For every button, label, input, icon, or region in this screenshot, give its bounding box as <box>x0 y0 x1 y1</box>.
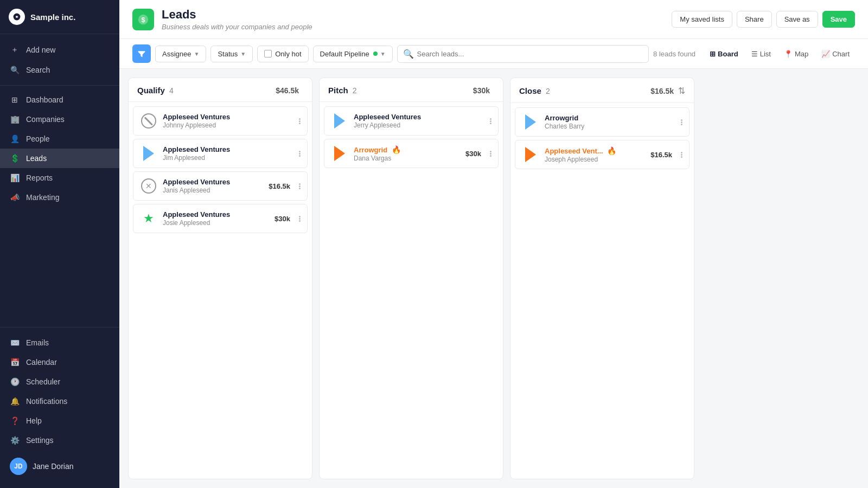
arrow-icon <box>140 145 157 162</box>
view-map-button[interactable]: 📍 Map <box>778 47 814 61</box>
marketing-icon: 📣 <box>10 193 20 202</box>
lead-card[interactable]: Arrowgrid Charles Barry <box>515 107 690 137</box>
lead-person: Charles Barry <box>545 123 667 130</box>
lead-card[interactable]: ✕ Appleseed Ventures Janis Appleseed $16… <box>133 171 308 201</box>
more-menu-button[interactable] <box>681 152 682 158</box>
lead-company: Appleseed Ventures <box>354 113 476 121</box>
sidebar-item-help[interactable]: ❓ Help <box>0 411 119 431</box>
column-pitch-cards: Appleseed Ventures Jerry Appleseed Arrow… <box>320 102 503 172</box>
column-close: Close 2 $16.5k ⇅ Arrowgrid Charles Barry <box>510 78 694 479</box>
more-menu-button[interactable] <box>299 216 301 222</box>
lead-card[interactable]: Arrowgrid 🔥 Dana Vargas $30k <box>324 139 499 168</box>
star-icon: ★ <box>140 210 157 227</box>
list-icon: ☰ <box>751 50 758 58</box>
sidebar-item-scheduler[interactable]: 🕐 Scheduler <box>0 372 119 391</box>
sidebar-nav: ⊞ Dashboard 🏢 Companies 👤 People 💲 Leads… <box>0 86 119 327</box>
sidebar-item-reports[interactable]: 📊 Reports <box>0 168 119 188</box>
sidebar-item-dashboard[interactable]: ⊞ Dashboard <box>0 90 119 110</box>
avatar: JD <box>10 458 27 475</box>
companies-icon: 🏢 <box>10 115 20 124</box>
only-hot-button[interactable]: Only hot <box>257 46 308 62</box>
sidebar-item-settings[interactable]: ⚙️ Settings <box>0 431 119 450</box>
page-title-icon: $ <box>132 9 154 30</box>
lead-card[interactable]: Appleseed Ventures Jim Appleseed <box>133 139 308 168</box>
sidebar-item-search[interactable]: 🔍 Search <box>0 60 119 80</box>
share-button[interactable]: Share <box>737 11 772 28</box>
lead-card[interactable]: Appleseed Vent... 🔥 Joseph Appleseed $16… <box>515 140 690 169</box>
flame-icon: 🔥 <box>607 146 616 155</box>
page-title: Leads <box>162 8 312 22</box>
column-qualify-count: 4 <box>169 86 174 95</box>
brand-icon <box>9 9 25 25</box>
sidebar-item-notifications[interactable]: 🔔 Notifications <box>0 391 119 411</box>
brand[interactable]: Sample inc. <box>0 0 119 34</box>
leads-count: 8 leads found <box>653 50 695 58</box>
chart-icon: 📈 <box>821 50 830 58</box>
chevron-down-icon: ▼ <box>240 51 246 57</box>
save-as-button[interactable]: Save as <box>776 11 818 28</box>
assignee-dropdown[interactable]: Assignee ▼ <box>155 46 206 62</box>
lead-company: Appleseed Ventures <box>163 113 285 121</box>
more-menu-button[interactable] <box>299 151 301 157</box>
column-qualify-header: Qualify 4 $46.5k <box>129 78 312 102</box>
lead-company: Arrowgrid 🔥 <box>354 145 460 154</box>
sidebar-item-calendar[interactable]: 📅 Calendar <box>0 352 119 372</box>
dashboard-icon: ⊞ <box>10 95 20 104</box>
more-menu-button[interactable] <box>299 118 301 124</box>
column-close-value: $16.5k <box>650 87 674 95</box>
more-menu-button[interactable] <box>299 183 301 189</box>
my-saved-lists-button[interactable]: My saved lists <box>672 11 732 28</box>
column-qualify-value: $46.5k <box>276 86 299 95</box>
search-icon: 🔍 <box>403 49 414 59</box>
lead-person: Jim Appleseed <box>163 154 285 162</box>
lead-card[interactable]: ★ Appleseed Ventures Josie Appleseed $30… <box>133 204 308 233</box>
lead-card[interactable]: Appleseed Ventures Johnny Appleseed <box>133 106 308 136</box>
search-input[interactable] <box>417 50 643 58</box>
calendar-icon: 📅 <box>10 358 20 367</box>
map-icon: 📍 <box>784 50 793 58</box>
arrow-icon <box>522 113 539 131</box>
page-header: $ Leads Business deals with your compani… <box>119 0 868 39</box>
chevron-down-icon: ▼ <box>194 51 199 57</box>
leads-icon: 💲 <box>10 154 20 163</box>
status-dropdown[interactable]: Status ▼ <box>210 46 253 62</box>
lead-card[interactable]: Appleseed Ventures Jerry Appleseed <box>324 106 499 136</box>
sidebar-item-people[interactable]: 👤 People <box>0 129 119 149</box>
more-menu-button[interactable] <box>681 119 682 125</box>
lead-value: $30k <box>275 215 290 223</box>
column-pitch: Pitch 2 $30k Appleseed Ventures Jerry Ap… <box>319 78 503 479</box>
svg-point-1 <box>16 16 17 17</box>
sort-icon[interactable]: ⇅ <box>678 86 685 96</box>
column-close-header: Close 2 $16.5k ⇅ <box>510 78 694 103</box>
column-pitch-value: $30k <box>473 86 490 95</box>
sidebar-item-add-new[interactable]: ＋ Add new <box>0 40 119 60</box>
view-list-button[interactable]: ☰ List <box>746 47 776 61</box>
arrow-icon <box>331 112 348 130</box>
chevron-down-icon: ▼ <box>380 51 386 57</box>
sidebar-top-actions: ＋ Add new 🔍 Search <box>0 34 119 86</box>
lead-person: Jerry Appleseed <box>354 121 476 129</box>
lead-company: Arrowgrid <box>545 114 667 122</box>
filter-button[interactable] <box>132 44 151 63</box>
pipeline-dropdown[interactable]: Default Pipeline ▼ <box>313 46 393 62</box>
lead-person: Johnny Appleseed <box>163 121 285 129</box>
header-actions: My saved lists Share Save as Save <box>672 11 855 28</box>
column-pitch-header: Pitch 2 $30k <box>320 78 503 102</box>
sidebar-item-marketing[interactable]: 📣 Marketing <box>0 188 119 207</box>
toolbar: Assignee ▼ Status ▼ Only hot Default Pip… <box>119 39 868 69</box>
sidebar-item-emails[interactable]: ✉️ Emails <box>0 333 119 352</box>
view-chart-button[interactable]: 📈 Chart <box>816 47 855 61</box>
more-menu-button[interactable] <box>490 118 492 124</box>
search-icon: 🔍 <box>10 66 20 74</box>
more-menu-button[interactable] <box>490 151 492 157</box>
email-icon: ✉️ <box>10 338 20 347</box>
sidebar-item-leads[interactable]: 💲 Leads <box>0 149 119 168</box>
lead-value: $16.5k <box>269 182 290 190</box>
save-button[interactable]: Save <box>822 11 855 28</box>
sidebar-item-companies[interactable]: 🏢 Companies <box>0 110 119 129</box>
lead-value: $30k <box>465 150 481 158</box>
page-header-left: $ Leads Business deals with your compani… <box>132 8 312 31</box>
plus-icon: ＋ <box>10 45 20 55</box>
view-board-button[interactable]: ⊞ Board <box>704 47 744 61</box>
user-profile[interactable]: JD Jane Dorian <box>0 450 119 483</box>
